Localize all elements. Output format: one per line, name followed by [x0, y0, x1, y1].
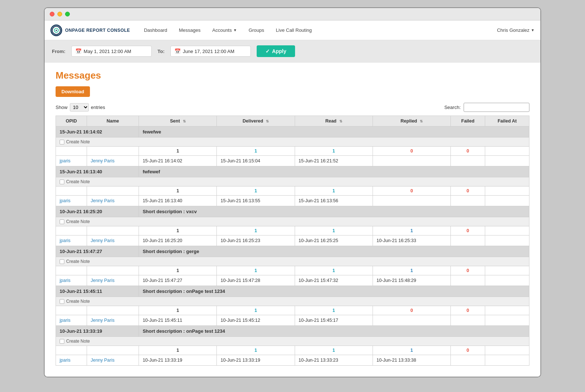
name-link[interactable]: Jenny Paris: [91, 318, 114, 323]
user-menu[interactable]: Chris Gonzalez ▼: [497, 27, 535, 33]
msg-description: fewefwe: [139, 127, 529, 137]
detail-name: Jenny Paris: [87, 355, 139, 366]
stat-delivered: 1: [217, 346, 295, 355]
detail-replied: [373, 196, 450, 206]
to-date-value: June 17, 2021 12:00 AM: [183, 49, 234, 54]
note-checkbox[interactable]: [60, 339, 64, 344]
create-note-cell: Create Note: [56, 257, 529, 266]
detail-delivered: 15-Jun-21 16:15:04: [217, 156, 295, 166]
create-note-button[interactable]: Create Note: [60, 299, 525, 304]
titlebar: [45, 8, 540, 20]
nav-dashboard[interactable]: Dashboard: [139, 24, 173, 36]
detail-sent: 10-Jun-21 15:45:11: [139, 315, 217, 326]
create-note-button[interactable]: Create Note: [60, 179, 525, 184]
check-icon: ✓: [265, 48, 270, 54]
detail-replied: 10-Jun-21 15:48:29: [373, 275, 450, 286]
stat-replied: 1: [373, 226, 450, 235]
from-calendar-icon: 📅: [75, 48, 82, 54]
stat-failed: 0: [451, 186, 485, 196]
apply-button[interactable]: ✓ Apply: [257, 45, 295, 57]
col-failed: Failed: [451, 116, 485, 127]
stat-sent: 1: [139, 147, 217, 156]
note-row: Create Note: [56, 337, 529, 346]
opid-link[interactable]: jparis: [60, 158, 71, 163]
show-entries-control: Show 10 25 50 100 entries: [56, 103, 105, 112]
from-date-value: May 1, 2021 12:00 AM: [84, 49, 131, 54]
from-date-input[interactable]: 📅 May 1, 2021 12:00 AM: [71, 46, 152, 57]
search-input[interactable]: [464, 103, 529, 112]
opid-link[interactable]: jparis: [60, 358, 71, 363]
note-row: Create Note: [56, 297, 529, 306]
opid-link[interactable]: jparis: [60, 238, 71, 243]
detail-sent: 15-Jun-21 16:13:40: [139, 196, 217, 206]
create-note-cell: Create Note: [56, 137, 529, 147]
to-label: To:: [158, 49, 165, 54]
name-link[interactable]: Jenny Paris: [91, 238, 114, 243]
detail-read: 10-Jun-21 15:47:32: [295, 275, 373, 286]
stat-sent: 1: [139, 346, 217, 355]
col-sent[interactable]: Sent ⇅: [139, 116, 217, 127]
detail-row: jparis Jenny Paris 10-Jun-21 15:47:27 10…: [56, 275, 529, 286]
nav-accounts[interactable]: Accounts ▼: [207, 24, 242, 36]
note-checkbox[interactable]: [60, 140, 64, 144]
name-link[interactable]: Jenny Paris: [91, 358, 114, 363]
detail-failed: [451, 235, 485, 246]
table-row: 10-Jun-21 16:25:20 Short description : v…: [56, 206, 529, 217]
filter-bar: From: 📅 May 1, 2021 12:00 AM To: 📅 June …: [45, 40, 540, 63]
entries-select[interactable]: 10 25 50 100: [70, 103, 89, 112]
to-date-input[interactable]: 📅 June 17, 2021 12:00 AM: [170, 46, 251, 57]
nav-groups[interactable]: Groups: [244, 24, 269, 36]
col-delivered[interactable]: Delivered ⇅: [217, 116, 295, 127]
msg-timestamp: 10-Jun-21 15:47:27: [56, 246, 139, 257]
msg-description: fwfewef: [139, 166, 529, 177]
create-note-button[interactable]: Create Note: [60, 139, 525, 144]
nav-messages[interactable]: Messages: [174, 24, 205, 36]
detail-sent: 10-Jun-21 15:47:27: [139, 275, 217, 286]
stat-read: 1: [295, 226, 373, 235]
name-link[interactable]: Jenny Paris: [91, 198, 114, 203]
create-note-button[interactable]: Create Note: [60, 259, 525, 264]
note-checkbox[interactable]: [60, 219, 64, 224]
minimize-button[interactable]: [57, 12, 62, 16]
col-read[interactable]: Read ⇅: [295, 116, 373, 127]
close-button[interactable]: [50, 12, 54, 16]
msg-timestamp: 15-Jun-21 16:14:02: [56, 127, 139, 137]
detail-sent: 10-Jun-21 16:25:20: [139, 235, 217, 246]
stat-delivered: 1: [217, 147, 295, 156]
create-note-label: Create Note: [66, 179, 90, 184]
from-label: From:: [52, 49, 65, 54]
stats-row: 1 1 1 1 0: [56, 266, 529, 275]
create-note-cell: Create Note: [56, 217, 529, 226]
stat-delivered: 1: [217, 226, 295, 235]
detail-row: jparis Jenny Paris 10-Jun-21 16:25:20 10…: [56, 235, 529, 246]
opid-link[interactable]: jparis: [60, 318, 71, 323]
opid-link[interactable]: jparis: [60, 278, 71, 283]
detail-delivered: 15-Jun-21 16:13:55: [217, 196, 295, 206]
download-button[interactable]: Download: [56, 86, 90, 97]
note-checkbox[interactable]: [60, 299, 64, 304]
detail-delivered: 10-Jun-21 16:25:23: [217, 235, 295, 246]
name-link[interactable]: Jenny Paris: [91, 158, 114, 163]
detail-failed: [451, 355, 485, 366]
stat-delivered: 1: [217, 306, 295, 315]
note-checkbox[interactable]: [60, 180, 64, 184]
detail-name: Jenny Paris: [87, 235, 139, 246]
msg-description: Short description : onPage test 1234: [139, 326, 529, 337]
name-link[interactable]: Jenny Paris: [91, 278, 114, 283]
table-row: 10-Jun-21 13:33:19 Short description : o…: [56, 326, 529, 337]
detail-failed-at: [485, 355, 529, 366]
msg-description: Short description : vxcv: [139, 206, 529, 217]
nav-live-call-routing[interactable]: Live Call Routing: [271, 24, 317, 36]
create-note-button[interactable]: Create Note: [60, 219, 525, 224]
detail-replied: [373, 315, 450, 326]
table-row: 15-Jun-21 16:13:40 fwfewef: [56, 166, 529, 177]
maximize-button[interactable]: [65, 12, 70, 16]
note-checkbox[interactable]: [60, 259, 64, 264]
note-row: Create Note: [56, 217, 529, 226]
stats-row: 1 1 1 0 0: [56, 147, 529, 156]
detail-replied: 10-Jun-21 13:33:38: [373, 355, 450, 366]
detail-name: Jenny Paris: [87, 275, 139, 286]
col-replied[interactable]: Replied ⇅: [373, 116, 450, 127]
create-note-button[interactable]: Create Note: [60, 339, 525, 344]
opid-link[interactable]: jparis: [60, 198, 71, 203]
